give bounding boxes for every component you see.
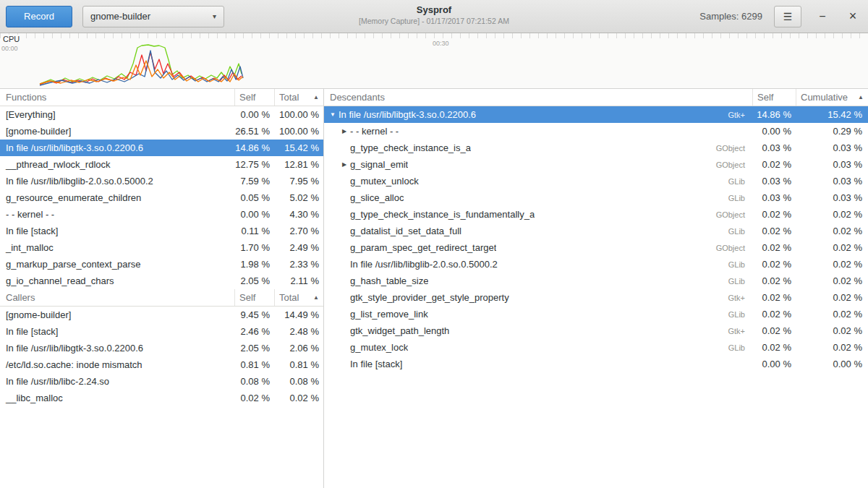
cell-library-name: GLib xyxy=(728,177,752,186)
cell-function-name: __pthread_rwlock_rdlock xyxy=(0,159,234,170)
cell-function-name: /etc/ld.so.cache: inode mismatch xyxy=(0,359,234,370)
cell-total-percent: 7.95 % xyxy=(274,176,323,187)
tree-row[interactable]: g_slice_allocGLib0.03 %0.03 % xyxy=(324,189,868,206)
cell-function-name: _int_malloc xyxy=(0,242,234,253)
descendants-cumulative-column-header[interactable]: Cumulative ▲ xyxy=(796,89,868,106)
tree-row[interactable]: g_type_check_instance_is_aGObject0.03 %0… xyxy=(324,140,868,156)
process-selector-dropdown[interactable]: gnome-builder ▾ xyxy=(82,6,224,27)
expander-closed-icon[interactable]: ▶ xyxy=(339,128,350,134)
table-row[interactable]: _int_malloc1.70 %2.49 % xyxy=(0,239,323,256)
cell-self-percent: 0.03 % xyxy=(752,192,796,203)
menu-button[interactable]: ☰ xyxy=(774,6,801,27)
tree-row[interactable]: g_datalist_id_set_data_fullGLib0.02 %0.0… xyxy=(324,223,868,239)
callers-total-column-header[interactable]: Total ▲ xyxy=(274,289,323,306)
cell-cumulative-percent: 0.03 % xyxy=(796,176,868,187)
cell-descendant-name: g_mutex_lock xyxy=(324,342,728,353)
callers-column-header[interactable]: Callers xyxy=(0,289,234,306)
cell-library-name: GLib xyxy=(728,277,752,286)
minimize-button[interactable]: − xyxy=(813,7,832,26)
right-pane: Descendants Self Cumulative ▲ ▼In file /… xyxy=(324,89,868,488)
tree-row[interactable]: ▶- - kernel - -0.00 %0.29 % xyxy=(324,123,868,140)
cell-self-percent: 0.03 % xyxy=(752,176,796,187)
record-button-label: Record xyxy=(24,11,54,22)
cell-self-percent: 0.81 % xyxy=(234,359,274,370)
cell-library-name: GLib xyxy=(728,310,752,319)
cell-function-name: In file /usr/lib/libc-2.24.so xyxy=(0,376,234,387)
functions-table-header: Functions Self Total ▲ xyxy=(0,89,323,106)
cell-self-percent: 0.05 % xyxy=(234,192,274,203)
cell-total-percent: 12.81 % xyxy=(274,159,323,170)
cell-self-percent: 0.08 % xyxy=(234,376,274,387)
cell-self-percent: 2.05 % xyxy=(234,275,274,286)
functions-column-header[interactable]: Functions xyxy=(0,89,234,106)
table-row[interactable]: __pthread_rwlock_rdlock12.75 %12.81 % xyxy=(0,156,323,173)
cell-self-percent: 0.02 % xyxy=(752,342,796,353)
timeline-ruler xyxy=(0,33,868,38)
tree-row[interactable]: g_hash_table_sizeGLib0.02 %0.02 % xyxy=(324,273,868,289)
descendant-label: g_mutex_unlock xyxy=(350,176,419,187)
table-row[interactable]: In file /usr/lib/libgtk-3.so.0.2200.614.… xyxy=(0,140,323,156)
table-row[interactable]: [Everything]0.00 %100.00 % xyxy=(0,106,323,123)
table-row[interactable]: - - kernel - -0.00 %4.30 % xyxy=(0,206,323,223)
record-button[interactable]: Record xyxy=(6,6,72,27)
table-row[interactable]: g_io_channel_read_chars2.05 %2.11 % xyxy=(0,273,323,289)
cell-function-name: [Everything] xyxy=(0,109,234,120)
table-row[interactable]: In file [stack]0.11 %2.70 % xyxy=(0,223,323,239)
cell-self-percent: 9.45 % xyxy=(234,309,274,320)
cell-total-percent: 100.00 % xyxy=(274,126,323,137)
cpu-timeline[interactable]: CPU 00:00 00:30 xyxy=(0,33,868,89)
sort-arrow-icon: ▲ xyxy=(313,94,319,100)
functions-total-column-header[interactable]: Total ▲ xyxy=(274,89,323,106)
table-row[interactable]: [gnome-builder]26.51 %100.00 % xyxy=(0,123,323,140)
callers-self-column-header[interactable]: Self xyxy=(234,289,274,306)
cell-total-percent: 0.81 % xyxy=(274,359,323,370)
tree-row[interactable]: In file /usr/lib/libglib-2.0.so.0.5000.2… xyxy=(324,256,868,273)
tree-row[interactable]: In file [stack]0.00 %0.00 % xyxy=(324,356,868,372)
cell-cumulative-percent: 0.03 % xyxy=(796,159,868,170)
table-row[interactable]: /etc/ld.so.cache: inode mismatch0.81 %0.… xyxy=(0,356,323,373)
table-row[interactable]: [gnome-builder]9.45 %14.49 % xyxy=(0,307,323,323)
callers-table-header: Callers Self Total ▲ xyxy=(0,289,323,307)
table-row[interactable]: In file /usr/lib/libglib-2.0.so.0.5000.2… xyxy=(0,173,323,189)
cell-descendant-name: ▶g_signal_emit xyxy=(324,159,716,170)
tree-row[interactable]: g_list_remove_linkGLib0.02 %0.02 % xyxy=(324,306,868,322)
cell-total-percent: 2.11 % xyxy=(274,275,323,286)
functions-self-column-header[interactable]: Self xyxy=(234,89,274,106)
descendants-column-header[interactable]: Descendants xyxy=(324,89,752,106)
tree-row[interactable]: ▼In file /usr/lib/libgtk-3.so.0.2200.6Gt… xyxy=(324,106,868,123)
tree-row[interactable]: g_param_spec_get_redirect_targetGObject0… xyxy=(324,239,868,256)
close-button[interactable]: × xyxy=(843,7,862,26)
cell-descendant-name: g_list_remove_link xyxy=(324,309,728,320)
tree-row[interactable]: gtk_style_provider_get_style_propertyGtk… xyxy=(324,289,868,306)
cell-library-name: Gtk+ xyxy=(728,294,752,302)
cell-cumulative-percent: 0.02 % xyxy=(796,226,868,236)
left-pane: Functions Self Total ▲ [Everything]0.00 … xyxy=(0,89,324,488)
tree-row[interactable]: g_mutex_lockGLib0.02 %0.02 % xyxy=(324,339,868,356)
table-row[interactable]: In file [stack]2.46 %2.48 % xyxy=(0,323,323,340)
table-row[interactable]: In file /usr/lib/libgtk-3.so.0.2200.62.0… xyxy=(0,340,323,356)
cell-descendant-name: g_datalist_id_set_data_full xyxy=(324,226,728,236)
expander-open-icon[interactable]: ▼ xyxy=(327,111,339,118)
cell-total-percent: 5.02 % xyxy=(274,192,323,203)
descendants-self-column-header[interactable]: Self xyxy=(752,89,796,106)
cell-library-name: GLib xyxy=(728,194,752,202)
descendant-label: g_datalist_id_set_data_full xyxy=(350,226,461,236)
tree-row[interactable]: gtk_widget_path_lengthGtk+0.02 %0.02 % xyxy=(324,322,868,339)
cell-total-percent: 100.00 % xyxy=(274,109,323,120)
tree-row[interactable]: ▶g_signal_emitGObject0.02 %0.03 % xyxy=(324,156,868,173)
cell-total-percent: 14.49 % xyxy=(274,309,323,320)
table-row[interactable]: __libc_malloc0.02 %0.02 % xyxy=(0,390,323,406)
cell-self-percent: 0.02 % xyxy=(234,393,274,403)
table-row[interactable]: In file /usr/lib/libc-2.24.so0.08 %0.08 … xyxy=(0,373,323,390)
cell-descendant-name: gtk_widget_path_length xyxy=(324,325,728,336)
cell-library-name: GLib xyxy=(728,343,752,352)
expander-closed-icon[interactable]: ▶ xyxy=(339,161,350,168)
table-row[interactable]: g_markup_parse_context_parse1.98 %2.33 % xyxy=(0,256,323,273)
table-row[interactable]: g_resource_enumerate_children0.05 %5.02 … xyxy=(0,189,323,206)
sort-arrow-icon: ▲ xyxy=(858,94,864,100)
cell-descendant-name: g_param_spec_get_redirect_target xyxy=(324,242,716,253)
cell-self-percent: 14.86 % xyxy=(234,142,274,153)
tree-row[interactable]: g_mutex_unlockGLib0.03 %0.03 % xyxy=(324,173,868,189)
tree-row[interactable]: g_type_check_instance_is_fundamentally_a… xyxy=(324,206,868,223)
cell-self-percent: 0.02 % xyxy=(752,209,796,220)
